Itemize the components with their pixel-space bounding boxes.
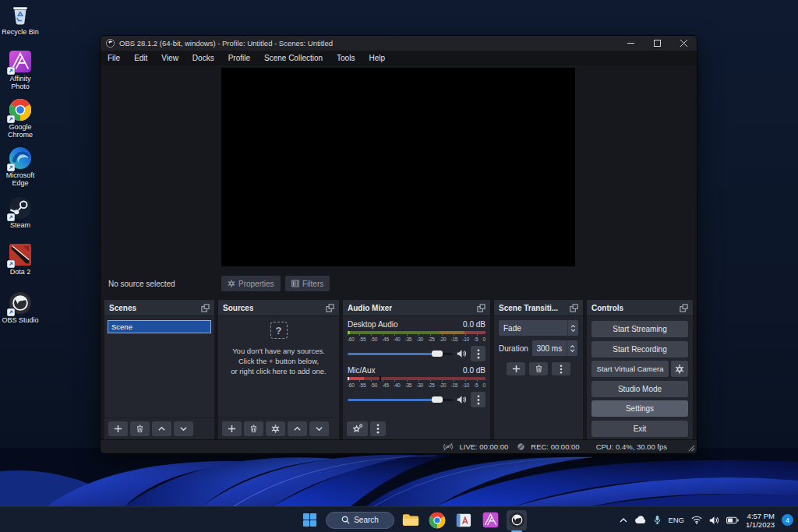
remove-scene-button[interactable] xyxy=(130,421,150,436)
source-properties-button[interactable] xyxy=(266,421,285,436)
duration-spinbox[interactable]: 300 ms xyxy=(532,340,577,356)
menu-scene-collection[interactable]: Scene Collection xyxy=(257,51,330,65)
taskbar-clock[interactable]: 4:57 PM 1/1/2023 xyxy=(746,512,775,529)
source-up-button[interactable] xyxy=(288,421,307,436)
taskbar-search[interactable]: Search xyxy=(326,512,394,529)
start-recording-button[interactable]: Start Recording xyxy=(591,341,688,358)
shortcut-arrow-icon xyxy=(7,115,15,123)
scene-down-button[interactable] xyxy=(174,421,193,436)
status-bar: LIVE: 00:00:00 REC: 00:00:00 CPU: 0.4%, … xyxy=(101,439,697,453)
slider-handle[interactable] xyxy=(432,351,443,357)
battery-icon[interactable] xyxy=(726,516,739,524)
popout-icon[interactable] xyxy=(326,304,334,312)
menu-view[interactable]: View xyxy=(154,51,185,65)
exit-button[interactable]: Exit xyxy=(591,421,688,437)
desktop-icon-dota-2[interactable]: Dota 2 xyxy=(0,243,41,276)
chrome-icon xyxy=(429,512,446,529)
scene-up-button[interactable] xyxy=(152,421,171,436)
speaker-icon[interactable] xyxy=(457,395,467,404)
desktop-icon-google-chrome[interactable]: Google Chrome xyxy=(0,98,41,139)
advanced-audio-button[interactable] xyxy=(347,421,368,436)
titlebar[interactable]: OBS 28.1.2 (64-bit, windows) - Profile: … xyxy=(101,36,697,51)
sources-panel: Sources ? You don't have any sources. Cl… xyxy=(217,299,340,440)
taskbar-photos-app[interactable] xyxy=(454,510,474,530)
scene-list-item[interactable]: Scene xyxy=(108,320,211,333)
popout-icon[interactable] xyxy=(201,304,210,312)
close-icon xyxy=(680,40,687,47)
trash-icon xyxy=(136,425,144,433)
desktop-icon-microsoft-edge[interactable]: Microsoft Edge xyxy=(0,146,41,187)
select-spinner[interactable] xyxy=(567,320,578,336)
language-indicator[interactable]: ENG xyxy=(668,516,684,524)
menu-docks[interactable]: Docks xyxy=(185,51,221,65)
taskbar-file-explorer[interactable] xyxy=(401,510,421,530)
sources-empty-state[interactable]: ? You don't have any sources. Click the … xyxy=(218,322,339,376)
channel-menu-button[interactable] xyxy=(471,392,486,407)
source-down-button[interactable] xyxy=(309,421,329,436)
preview-canvas[interactable] xyxy=(221,68,575,266)
start-streaming-button[interactable]: Start Streaming xyxy=(591,321,688,337)
settings-button[interactable]: Settings xyxy=(591,400,688,417)
meter-ticks xyxy=(348,380,486,382)
rec-off-icon xyxy=(517,442,525,451)
kebab-menu-icon xyxy=(376,424,380,434)
tray-chevron-icon[interactable] xyxy=(620,518,627,523)
desktop-icon-obs-studio[interactable]: OBS Studio xyxy=(0,291,41,324)
remove-transition-button[interactable] xyxy=(529,362,548,375)
menu-tools[interactable]: Tools xyxy=(330,51,362,65)
resize-grip-icon[interactable] xyxy=(688,445,695,452)
mic-icon[interactable] xyxy=(654,515,661,525)
volume-slider[interactable] xyxy=(348,353,453,355)
add-transition-button[interactable] xyxy=(507,362,525,375)
desktop-icon-steam[interactable]: Steam xyxy=(0,196,41,229)
popout-icon[interactable] xyxy=(570,304,578,312)
onedrive-icon[interactable] xyxy=(634,516,647,524)
studio-mode-button[interactable]: Studio Mode xyxy=(591,381,688,397)
mixer-menu-button[interactable] xyxy=(370,421,386,436)
menu-edit[interactable]: Edit xyxy=(127,51,154,65)
taskbar-chrome[interactable] xyxy=(427,510,447,530)
taskbar-obs-studio[interactable] xyxy=(507,510,527,530)
affinity-icon xyxy=(482,512,499,528)
volume-icon[interactable] xyxy=(709,516,719,525)
start-virtual-camera-button[interactable]: Start Virtual Camera xyxy=(591,361,669,377)
desktop-audio-channel: Desktop Audio 0.0 dB -60-55-50-45-40-35-… xyxy=(343,320,490,361)
plus-icon xyxy=(228,425,236,433)
slider-handle[interactable] xyxy=(432,396,443,403)
chrome-icon xyxy=(9,98,32,122)
mic-aux-channel: Mic/Aux 0.0 dB -60-55-50-45-40-35-30-25-… xyxy=(343,366,490,407)
shortcut-arrow-icon xyxy=(7,213,15,221)
close-button[interactable] xyxy=(670,36,697,51)
remove-source-button[interactable] xyxy=(244,421,263,436)
filters-button[interactable]: Filters xyxy=(285,276,330,291)
desktop-icon-affinity-photo[interactable]: Affinity Photo xyxy=(0,50,41,90)
channel-db: 0.0 dB xyxy=(463,320,486,329)
properties-button[interactable]: Properties xyxy=(221,276,281,291)
duration-spinner[interactable] xyxy=(567,340,577,356)
speaker-icon[interactable] xyxy=(457,349,467,358)
transition-menu-button[interactable] xyxy=(552,362,570,375)
start-button[interactable] xyxy=(299,510,320,530)
add-scene-button[interactable] xyxy=(108,421,128,436)
maximize-button[interactable] xyxy=(644,36,670,51)
advanced-audio-icon xyxy=(352,424,363,433)
add-source-button[interactable] xyxy=(222,421,242,436)
channel-menu-button[interactable] xyxy=(471,346,486,361)
plus-icon xyxy=(512,365,521,373)
popout-icon[interactable] xyxy=(680,304,688,312)
minimize-button[interactable] xyxy=(617,36,644,51)
notification-badge[interactable]: 4 xyxy=(782,514,793,526)
menu-file[interactable]: File xyxy=(101,51,127,65)
popout-icon[interactable] xyxy=(477,304,486,312)
scenes-title: Scenes xyxy=(109,304,136,312)
sources-title: Sources xyxy=(223,304,253,312)
desktop-icon-recycle-bin[interactable]: Recycle Bin xyxy=(0,3,41,36)
virtual-camera-config-button[interactable] xyxy=(671,361,688,377)
transition-select[interactable]: Fade xyxy=(499,320,578,336)
menu-profile[interactable]: Profile xyxy=(221,51,257,65)
volume-slider[interactable] xyxy=(348,399,453,401)
menu-help[interactable]: Help xyxy=(362,51,392,65)
desktop-icon-label: Affinity Photo xyxy=(0,75,41,90)
taskbar-affinity-photo[interactable] xyxy=(480,510,500,530)
wifi-icon[interactable] xyxy=(691,516,702,524)
